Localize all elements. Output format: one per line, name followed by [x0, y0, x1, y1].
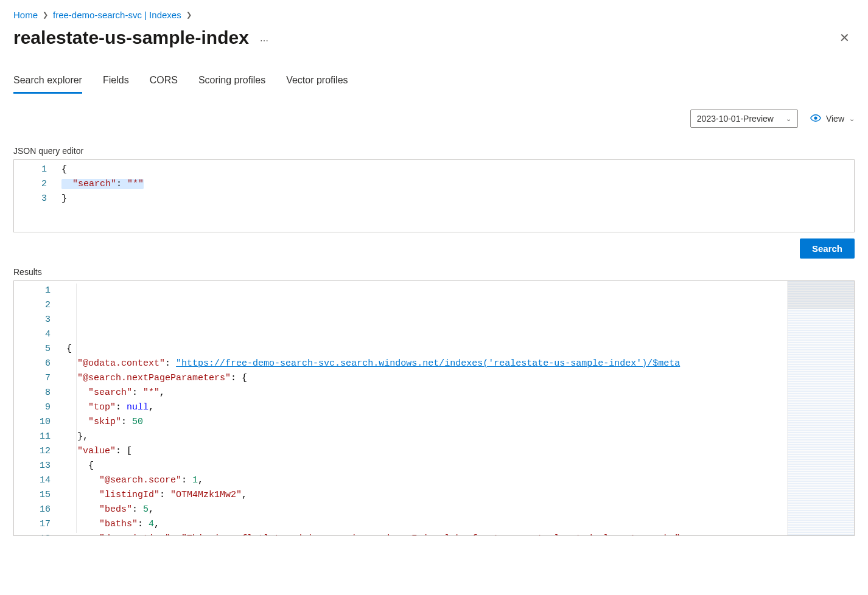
api-version-select[interactable]: 2023-10-01-Preview ⌄ — [690, 110, 798, 128]
breadcrumb-home[interactable]: Home — [13, 10, 38, 20]
chevron-down-icon: ⌄ — [786, 115, 791, 123]
query-editor-label: JSON query editor — [13, 146, 855, 156]
api-version-value: 2023-10-01-Preview — [697, 114, 774, 124]
tab-cors[interactable]: CORS — [150, 72, 178, 94]
breadcrumb-service[interactable]: free-demo-search-svc | Indexes — [53, 10, 181, 20]
chevron-right-icon: ❯ — [186, 11, 192, 19]
query-editor[interactable]: 123 { "search": "*"} — [13, 159, 855, 232]
view-label: View — [826, 114, 844, 124]
chevron-right-icon: ❯ — [43, 11, 48, 19]
page-title: realestate-us-sample-index — [13, 27, 249, 48]
tab-scoring-profiles[interactable]: Scoring profiles — [198, 72, 265, 94]
tab-fields[interactable]: Fields — [103, 72, 129, 94]
minimap-viewport[interactable] — [788, 281, 854, 309]
close-icon[interactable]: ✕ — [835, 28, 855, 47]
tab-vector-profiles[interactable]: Vector profiles — [286, 72, 348, 94]
chevron-down-icon: ⌄ — [849, 115, 855, 123]
eye-icon — [810, 113, 821, 125]
search-button[interactable]: Search — [800, 238, 855, 259]
more-button[interactable]: ⋯ — [260, 36, 270, 46]
minimap[interactable] — [787, 281, 854, 535]
svg-point-0 — [814, 117, 817, 119]
tabs: Search explorer Fields CORS Scoring prof… — [13, 72, 855, 94]
results-editor[interactable]: 123456789101112131415161718 { "@odata.co… — [13, 280, 855, 536]
results-label: Results — [13, 267, 855, 277]
breadcrumb: Home ❯ free-demo-search-svc | Indexes ❯ — [13, 6, 855, 27]
view-button[interactable]: View ⌄ — [810, 113, 855, 125]
tab-search-explorer[interactable]: Search explorer — [13, 72, 82, 94]
